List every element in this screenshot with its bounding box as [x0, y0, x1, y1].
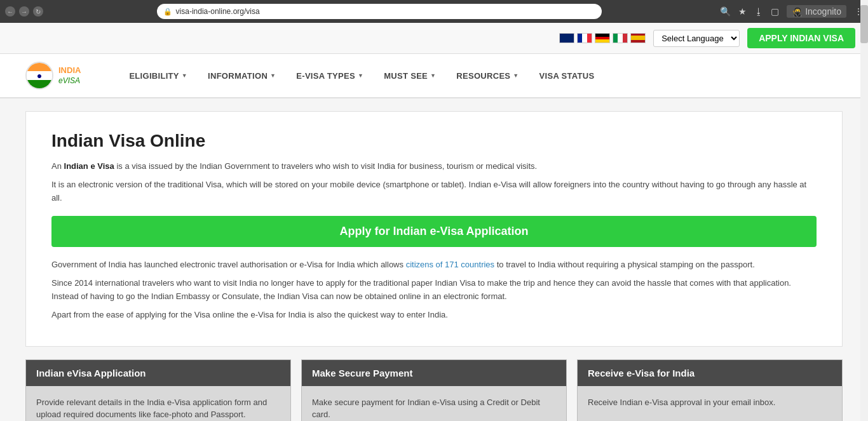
para-5: Apart from the ease of applying for the …	[51, 309, 817, 322]
address-bar[interactable]: 🔒 visa-india-online.org/visa	[157, 4, 602, 19]
scrollbar[interactable]	[860, 0, 868, 421]
citizens-link[interactable]: citizens of 171 countries	[406, 260, 494, 269]
intro-paragraph-1: An Indian e Visa is a visa issued by the…	[51, 160, 817, 173]
scrollbar-thumb[interactable]	[860, 5, 868, 43]
chevron-down-icon: ▼	[430, 72, 436, 79]
chevron-down-icon: ▼	[182, 72, 187, 79]
lock-icon: 🔒	[163, 8, 172, 16]
chevron-down-icon: ▼	[513, 72, 519, 79]
nav-menu: ELIGIBILITY ▼ INFORMATION ▼ E-VISA TYPES…	[119, 53, 604, 98]
flag-es[interactable]	[630, 33, 646, 43]
card-receive: Receive e-Visa for India Receive Indian …	[577, 359, 843, 421]
url-text: visa-india-online.org/visa	[176, 7, 260, 16]
incognito-badge: 🥷 Incognito	[787, 5, 846, 18]
card-payment-header: Make Secure Payment	[302, 360, 566, 386]
search-icon[interactable]: 🔍	[720, 6, 731, 17]
nav-bar: INDIA eVISA ELIGIBILITY ▼ INFORMATION ▼ …	[0, 54, 868, 98]
card-application-body: Provide relevant details in the India e-…	[26, 386, 290, 421]
bookmark-icon[interactable]: ★	[738, 6, 747, 17]
logo-country: INDIA	[58, 65, 81, 75]
main-content: Indian Visa Online An Indian e Visa is a…	[0, 98, 868, 421]
flag-de[interactable]	[595, 33, 610, 43]
para-3: Government of India has launched electro…	[51, 258, 817, 272]
incognito-label: Incognito	[805, 6, 841, 17]
indian-evisa-bold: Indian e Visa	[64, 161, 114, 171]
refresh-button[interactable]: ↻	[33, 6, 43, 17]
download-icon[interactable]: ⭳	[754, 6, 763, 17]
chevron-down-icon: ▼	[358, 72, 363, 79]
layout-icon[interactable]: ▢	[771, 6, 779, 17]
back-button[interactable]: ←	[5, 6, 15, 17]
flag-icons	[559, 33, 646, 43]
card-payment: Make Secure Payment Make secure payment …	[301, 359, 567, 421]
apply-visa-button[interactable]: APPLY INDIAN VISA	[747, 28, 855, 48]
page-title: Indian Visa Online	[51, 131, 817, 151]
card-application: Indian eVisa Application Provide relevan…	[25, 359, 291, 421]
card-receive-body: Receive Indian e-Visa approval in your e…	[578, 386, 842, 421]
logo-text: INDIA eVISA	[58, 65, 81, 86]
top-bar: Select Language English French German It…	[0, 23, 868, 54]
flag-it[interactable]	[613, 33, 628, 43]
forward-button[interactable]: →	[19, 6, 29, 17]
content-box: Indian Visa Online An Indian e Visa is a…	[25, 111, 843, 347]
language-select[interactable]: Select Language English French German It…	[653, 30, 740, 47]
nav-item-evisa-types[interactable]: E-VISA TYPES ▼	[286, 53, 374, 98]
nav-item-resources[interactable]: RESOURCES ▼	[446, 53, 529, 98]
browser-right-icons: 🔍 ★ ⭳ ▢ 🥷 Incognito ⋮	[720, 5, 863, 18]
logo-area: INDIA eVISA	[25, 62, 81, 90]
intro-paragraph-2: It is an electronic version of the tradi…	[51, 178, 817, 205]
card-receive-header: Receive e-Visa for India	[578, 360, 842, 386]
chevron-down-icon: ▼	[270, 72, 276, 79]
flag-fr[interactable]	[577, 33, 592, 43]
browser-chrome: ← → ↻ 🔒 visa-india-online.org/visa 🔍 ★ ⭳…	[0, 0, 868, 23]
apply-large-button[interactable]: Apply for Indian e-Visa Application	[51, 216, 817, 247]
logo-sub: eVISA	[58, 76, 80, 85]
incognito-icon: 🥷	[792, 6, 803, 17]
india-flag-logo	[27, 62, 52, 90]
nav-item-eligibility[interactable]: ELIGIBILITY ▼	[119, 53, 198, 98]
para-4: Since 2014 international travelers who w…	[51, 277, 817, 304]
nav-item-information[interactable]: INFORMATION ▼	[198, 53, 286, 98]
flag-uk[interactable]	[559, 33, 574, 43]
logo-circle	[25, 62, 53, 90]
nav-item-must-see[interactable]: MUST SEE ▼	[374, 53, 446, 98]
card-application-header: Indian eVisa Application	[26, 360, 290, 386]
cards-row: Indian eVisa Application Provide relevan…	[25, 359, 843, 421]
card-payment-body: Make secure payment for Indian e-Visa us…	[302, 386, 566, 421]
nav-item-visa-status[interactable]: VISA STATUS	[529, 53, 605, 98]
